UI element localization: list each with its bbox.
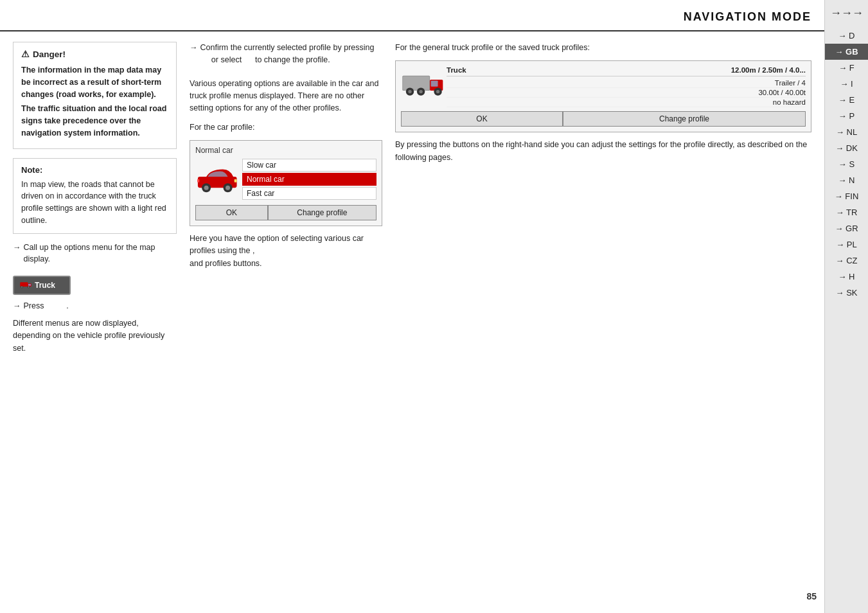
spec-row-0-val: Trailer / 4 (775, 79, 806, 87)
sidebar-item-PL[interactable]: → PL (825, 236, 868, 253)
page-header: NAVIGATION MODE (0, 0, 824, 31)
profile-buttons: OK Change profile (195, 205, 376, 220)
spec-header: Truck 12.00m / 2.50m / 4.0... (447, 66, 806, 76)
profile-ui-title: Normal car (195, 146, 376, 155)
step-confirm-text: Confirm the currently selected profile b… (200, 42, 383, 66)
sidebar-item-S[interactable]: → S (825, 156, 868, 172)
sidebar-item-E[interactable]: → E (825, 92, 868, 108)
content-area: ⚠ Danger! The information in the map dat… (0, 31, 824, 613)
sidebar-item-CZ[interactable]: → CZ (825, 253, 868, 269)
step-confirm: → Confirm the currently selected profile… (190, 42, 382, 66)
arrow-icon-2: → (13, 300, 21, 312)
truck-profile-top: Truck 12.00m / 2.50m / 4.0... Trailer / … (401, 66, 806, 107)
buttons-suffix-text: buttons. (233, 259, 261, 268)
svg-rect-2 (28, 284, 31, 286)
right-sidebar: →→→ → D → GB → F → I → E → P → NL → DK →… (824, 0, 868, 613)
sidebar-arrows: →→→ (830, 6, 863, 20)
warning-icon: ⚠ (21, 49, 30, 59)
step-call-up-text: Call up the options menu for the map dis… (24, 242, 177, 266)
svg-rect-13 (197, 179, 199, 182)
truck-profile-buttons: OK Change profile (401, 111, 806, 127)
svg-point-11 (226, 185, 230, 190)
profile-change-btn[interactable]: Change profile (268, 205, 376, 220)
note-title: Note: (21, 165, 168, 175)
sidebar-item-F[interactable]: → F (825, 60, 868, 76)
svg-point-6 (28, 287, 30, 288)
svg-rect-12 (235, 179, 237, 182)
sidebar-item-FIN[interactable]: → FIN (825, 188, 868, 204)
danger-title-text: Danger! (33, 49, 66, 59)
sidebar-item-P[interactable]: → P (825, 108, 868, 124)
arrow-icon-1: → (13, 242, 21, 266)
sidebar-item-TR[interactable]: → TR (825, 204, 868, 220)
truck-profile-label: For the general truck profile or the sav… (395, 42, 811, 54)
arrow-icon-3: → (190, 42, 198, 66)
spec-row-2-val: no hazard (773, 98, 806, 106)
danger-box: ⚠ Danger! The information in the map dat… (13, 42, 177, 149)
truck-label-text: Truck (35, 281, 55, 290)
profile-option-fast[interactable]: Fast car (242, 187, 376, 200)
danger-line-1: The information in the map data may be i… (21, 64, 168, 100)
sidebar-item-DK[interactable]: → DK (825, 140, 868, 156)
by-pressing-text: By pressing the buttons on the right-han… (395, 139, 811, 164)
profile-option-normal[interactable]: Normal car (242, 173, 376, 186)
car-profile-label: For the car profile: (190, 121, 382, 134)
sidebar-item-GR[interactable]: → GR (825, 220, 868, 236)
sidebar-item-H[interactable]: → H (825, 269, 868, 285)
sidebar-item-D[interactable]: → D (825, 28, 868, 44)
page-number: 85 (806, 591, 817, 601)
truck-graphic (401, 66, 443, 102)
spec-row-0: Trailer / 4 (447, 78, 806, 88)
truck-small-icon (19, 279, 32, 292)
profile-options-list: Slow car Normal car Fast car (242, 159, 376, 201)
svg-point-9 (204, 185, 209, 190)
inline-comma: , (252, 246, 254, 255)
profile-ok-btn[interactable]: OK (195, 205, 268, 220)
various-options-text: Various operating options are available … (190, 78, 382, 115)
spec-header-right: 12.00m / 2.50m / 4.0... (731, 66, 806, 74)
here-option-text: Here you have the option of selecting va… (190, 233, 382, 270)
step-press: → Press . (13, 300, 177, 312)
car-profile-ui: Normal car (190, 140, 382, 226)
step-call-up: → Call up the options menu for the map d… (13, 242, 177, 266)
svg-point-21 (419, 90, 422, 93)
sidebar-item-I[interactable]: → I (825, 76, 868, 92)
main-content: NAVIGATION MODE ⚠ Danger! The informatio… (0, 0, 824, 613)
sidebar-item-GB[interactable]: → GB (825, 44, 868, 60)
sidebar-item-SK[interactable]: → SK (825, 285, 868, 301)
svg-rect-0 (20, 282, 28, 287)
truck-specs: Truck 12.00m / 2.50m / 4.0... Trailer / … (447, 66, 806, 107)
middle-column: → Confirm the currently selected profile… (190, 42, 382, 603)
danger-title: ⚠ Danger! (21, 49, 168, 59)
svg-rect-15 (403, 76, 429, 91)
truck-change-btn[interactable]: Change profile (563, 111, 806, 127)
step-different-menus: Different menus are now displayed, depen… (13, 317, 177, 355)
page-title: NAVIGATION MODE (684, 10, 811, 24)
svg-point-19 (408, 90, 411, 93)
svg-rect-17 (431, 81, 438, 87)
here-option-main: Here you have the option of selecting va… (190, 234, 364, 255)
profile-ui-body: Slow car Normal car Fast car (195, 159, 376, 201)
right-column: For the general truck profile or the sav… (395, 42, 811, 603)
spec-row-2: no hazard (447, 98, 806, 107)
spec-header-left: Truck (447, 66, 466, 74)
car-graphic (195, 163, 237, 198)
spec-row-1-val: 30.00t / 40.00t (758, 89, 806, 96)
note-text: In map view, the roads that cannot be dr… (21, 179, 168, 227)
note-box: Note: In map view, the roads that cannot… (13, 158, 177, 234)
truck-profile-ui: Truck 12.00m / 2.50m / 4.0... Trailer / … (395, 60, 811, 132)
truck-ok-btn[interactable]: OK (401, 111, 563, 127)
profile-option-slow[interactable]: Slow car (242, 159, 376, 172)
truck-indicator: Truck (13, 276, 71, 295)
step-press-text: Press . (24, 300, 69, 312)
danger-line-2: The traffic situation and the local road… (21, 103, 168, 139)
svg-point-4 (21, 287, 22, 288)
and-profiles-text: and profiles (190, 259, 231, 268)
page-container: NAVIGATION MODE ⚠ Danger! The informatio… (0, 0, 868, 613)
sidebar-item-NL[interactable]: → NL (825, 124, 868, 140)
spec-row-1: 30.00t / 40.00t (447, 88, 806, 98)
svg-point-23 (436, 90, 439, 93)
left-column: ⚠ Danger! The information in the map dat… (13, 42, 177, 603)
sidebar-item-N[interactable]: → N (825, 172, 868, 188)
